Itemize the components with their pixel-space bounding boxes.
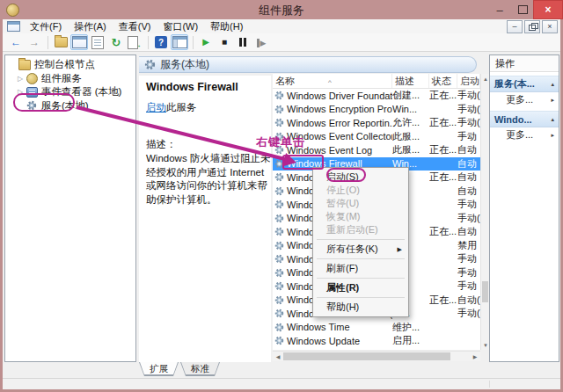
column-header-1[interactable]: 描述 bbox=[392, 74, 429, 88]
context-menu-item-refresh[interactable]: 刷新(F) bbox=[313, 262, 408, 275]
service-row[interactable]: Windows Driver Foundati...创建...正在...手动( bbox=[273, 89, 480, 103]
context-menu-item-all-tasks[interactable]: 所有任务(K)▶ bbox=[313, 243, 408, 256]
property-sheet-icon[interactable] bbox=[89, 34, 106, 50]
menubar-item-action[interactable]: 操作(A) bbox=[68, 19, 113, 33]
service-row[interactable]: Windows Event Collector此服...手动 bbox=[273, 130, 480, 144]
service-status-cell: 正在... bbox=[429, 225, 457, 238]
tree-item-3[interactable]: 服务(本地) bbox=[5, 99, 135, 113]
service-name: Windows Error Reportin... bbox=[287, 118, 392, 128]
refresh-icon[interactable]: ↻ bbox=[107, 34, 125, 50]
show-tree-icon[interactable] bbox=[171, 34, 188, 50]
column-header-2[interactable]: 状态 bbox=[429, 74, 457, 88]
maximize-button[interactable] bbox=[512, 0, 533, 19]
service-startup-cell: 手动 bbox=[457, 279, 480, 293]
stop-service-icon[interactable]: ■ bbox=[216, 34, 233, 50]
close-button[interactable]: × bbox=[533, 0, 563, 19]
context-menu-item-start[interactable]: 启动(S) bbox=[313, 171, 408, 184]
service-gear-icon bbox=[274, 118, 284, 127]
service-row[interactable]: Windows Event Log此服...正在...自动 bbox=[273, 143, 480, 157]
forward-icon[interactable]: → bbox=[26, 34, 43, 50]
horizontal-scroll-thumb[interactable] bbox=[283, 352, 450, 360]
console-window-icon[interactable] bbox=[70, 34, 88, 50]
service-desc-cell: 此服... bbox=[392, 143, 429, 156]
up-folder-icon[interactable] bbox=[52, 34, 69, 50]
component-services-icon bbox=[26, 72, 38, 84]
tree-item-1[interactable]: ▷组件服务 bbox=[5, 72, 135, 86]
service-gear-icon bbox=[274, 336, 284, 345]
column-header-0[interactable]: 名称^ bbox=[273, 74, 392, 88]
tab-extended[interactable]: 扩展 bbox=[139, 362, 179, 376]
vertical-scroll-thumb[interactable] bbox=[482, 281, 488, 302]
toolbar-separator bbox=[48, 36, 48, 49]
mdi-minimize-button[interactable]: – bbox=[507, 20, 523, 33]
service-startup-cell: 手动 bbox=[457, 266, 480, 279]
service-desc-cell: 启用... bbox=[392, 334, 429, 347]
actions-more-item-0[interactable]: 更多...▸ bbox=[490, 92, 559, 107]
collapse-icon[interactable]: ▴ bbox=[551, 116, 554, 123]
mdi-close-button[interactable]: × bbox=[542, 20, 558, 33]
restart-service-icon[interactable]: ▶ bbox=[252, 34, 270, 50]
status-bar bbox=[3, 378, 560, 389]
service-gear-icon bbox=[274, 227, 284, 236]
service-name: Windows Encryption Pro... bbox=[287, 104, 392, 114]
scroll-left-icon[interactable]: ◀ bbox=[273, 352, 283, 361]
service-name: Windows Driver Foundati... bbox=[287, 91, 392, 101]
restore-icon bbox=[529, 25, 536, 31]
submenu-arrow-icon: ▶ bbox=[398, 243, 402, 256]
pause-service-icon[interactable] bbox=[234, 34, 252, 50]
export-list-icon[interactable]: → bbox=[126, 34, 143, 50]
menu-separator bbox=[317, 239, 405, 240]
back-icon[interactable]: ← bbox=[7, 34, 25, 50]
service-row[interactable]: Windows Time维护... bbox=[273, 321, 480, 335]
service-gear-icon bbox=[274, 254, 284, 264]
actions-section-header-0[interactable]: 服务(本...▴ bbox=[490, 76, 559, 92]
console-tree-panel: 控制台根节点▷组件服务▷事件查看器 (本地)服务(本地) bbox=[4, 54, 136, 362]
tree-item-0[interactable]: 控制台根节点 bbox=[5, 58, 135, 72]
service-gear-icon bbox=[274, 172, 284, 182]
context-menu-item-help[interactable]: 帮助(H) bbox=[313, 301, 408, 314]
minimize-button[interactable]: – bbox=[489, 0, 510, 19]
service-row[interactable]: Windows Encryption Pro...Win...手动( bbox=[273, 103, 480, 117]
view-tabs: 扩展标准 bbox=[139, 362, 403, 377]
menubar-item-help[interactable]: 帮助(H) bbox=[204, 19, 249, 33]
expander-icon[interactable]: ▷ bbox=[16, 75, 25, 83]
mdi-restore-button[interactable] bbox=[524, 20, 540, 33]
column-header-3[interactable]: 启动... bbox=[457, 74, 480, 88]
service-desc-cell: 维护... bbox=[392, 321, 429, 334]
service-startup-cell: 自动 bbox=[457, 171, 480, 184]
service-row[interactable]: Windows Error Reportin...允许...正在...手动( bbox=[273, 116, 480, 130]
context-menu: 启动(S)停止(O)暂停(U)恢复(M)重新启动(E)所有任务(K)▶刷新(F)… bbox=[312, 167, 409, 317]
tree-item-label: 服务(本地) bbox=[41, 99, 89, 113]
expander-icon[interactable]: ▷ bbox=[16, 88, 25, 96]
tree-item-2[interactable]: ▷事件查看器 (本地) bbox=[5, 85, 135, 99]
menubar-item-file[interactable]: 文件(F) bbox=[24, 19, 68, 33]
actions-more-label: 更多... bbox=[506, 128, 533, 142]
service-name: Windows Event Collector bbox=[287, 131, 392, 142]
vertical-scrollbar[interactable]: ▲ ▼ bbox=[480, 74, 489, 350]
scroll-right-icon[interactable]: ▶ bbox=[470, 352, 480, 361]
menubar-item-window[interactable]: 窗口(W) bbox=[157, 19, 204, 33]
service-name: Windo bbox=[287, 254, 314, 265]
collapse-icon[interactable]: ▴ bbox=[551, 81, 554, 88]
menubar-item-view[interactable]: 查看(V) bbox=[113, 19, 157, 33]
service-gear-icon bbox=[274, 281, 284, 291]
tab-standard[interactable]: 标准 bbox=[180, 362, 220, 376]
service-row[interactable]: Windows Update启用... bbox=[273, 334, 480, 348]
toolbar-separator bbox=[193, 36, 194, 49]
service-name-cell: Windows Error Reportin... bbox=[273, 118, 392, 128]
start-service-icon[interactable]: ▶ bbox=[197, 34, 215, 50]
service-name: Windo bbox=[287, 240, 314, 250]
horizontal-scrollbar[interactable]: ◀ ▶ bbox=[273, 351, 480, 361]
context-menu-item-properties[interactable]: 属性(R) bbox=[313, 281, 408, 294]
context-menu-item-pause: 暂停(U) bbox=[313, 197, 408, 210]
service-name: Windo bbox=[287, 213, 314, 223]
actions-section-header-1[interactable]: Windo...▴ bbox=[490, 111, 559, 127]
context-menu-item-resume: 恢复(M) bbox=[313, 210, 408, 223]
service-startup-cell: 手动 bbox=[457, 130, 480, 143]
service-name: Windo bbox=[287, 227, 314, 237]
service-name-cell: Windows Driver Foundati... bbox=[273, 91, 392, 101]
menu-separator bbox=[317, 278, 405, 279]
help-icon[interactable]: ? bbox=[152, 34, 170, 50]
actions-more-item-1[interactable]: 更多...▸ bbox=[490, 127, 559, 142]
start-service-link[interactable]: 启动 bbox=[146, 102, 166, 113]
